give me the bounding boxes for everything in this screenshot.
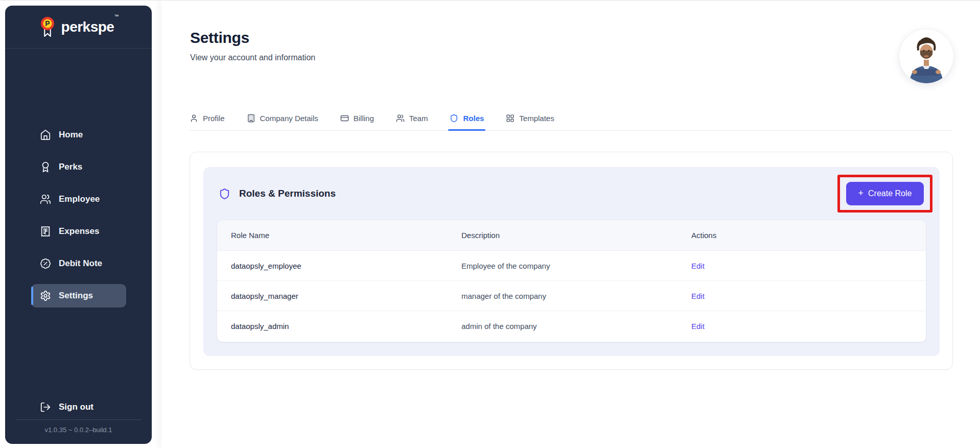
team-icon bbox=[396, 114, 405, 123]
users-icon bbox=[40, 194, 51, 205]
award-icon bbox=[40, 161, 51, 173]
tab-roles[interactable]: Roles bbox=[450, 114, 484, 130]
sidebar-divider bbox=[15, 419, 142, 420]
sidebar-item-home[interactable]: Home bbox=[31, 123, 126, 147]
svg-text:P: P bbox=[45, 19, 50, 28]
logo-trademark: ™ bbox=[114, 14, 119, 19]
tab-label: Roles bbox=[463, 114, 484, 123]
table-row: dataopsly_manager manager of the company… bbox=[217, 281, 926, 311]
roles-table: Role Name Description Actions dataopsly_… bbox=[217, 220, 926, 342]
page-title: Settings bbox=[190, 29, 315, 46]
roles-panel-title: Roles & Permissions bbox=[239, 188, 336, 199]
tab-label: Templates bbox=[519, 114, 554, 123]
edit-role-link[interactable]: Edit bbox=[691, 262, 705, 270]
shield-icon bbox=[219, 188, 230, 200]
page-subtitle: View your account and information bbox=[190, 53, 315, 62]
gear-icon bbox=[40, 290, 51, 301]
logo-text: perkspe bbox=[61, 19, 114, 35]
tab-profile[interactable]: Profile bbox=[190, 114, 225, 130]
column-header-description: Description bbox=[448, 231, 678, 240]
edit-role-link[interactable]: Edit bbox=[691, 292, 705, 300]
shield-icon bbox=[450, 114, 458, 123]
column-header-actions: Actions bbox=[678, 231, 926, 240]
logo[interactable]: P perkspe™ bbox=[5, 6, 152, 49]
version-text: v1.0.35 ~ 0.0.2–build.1 bbox=[5, 426, 152, 434]
tab-templates[interactable]: Templates bbox=[506, 114, 554, 130]
sidebar-item-debit-note[interactable]: Debit Note bbox=[31, 252, 126, 275]
role-name-cell: dataopsly_employee bbox=[217, 262, 448, 270]
app-root: { "app": { "logo_text": "perkspe", "logo… bbox=[0, 0, 980, 448]
user-avatar[interactable] bbox=[899, 29, 954, 84]
sidebar-item-label: Employee bbox=[59, 194, 100, 204]
tab-company-details[interactable]: Company Details bbox=[247, 114, 318, 130]
user-icon bbox=[190, 114, 198, 123]
receipt-rupee-icon bbox=[40, 226, 51, 237]
badge-percent-icon bbox=[40, 258, 51, 269]
tab-label: Billing bbox=[354, 114, 374, 123]
table-header-row: Role Name Description Actions bbox=[217, 220, 926, 251]
role-name-cell: dataopsly_admin bbox=[217, 322, 448, 331]
sidebar-item-label: Debit Note bbox=[59, 258, 102, 269]
sidebar-item-settings[interactable]: Settings bbox=[31, 284, 126, 308]
tab-team[interactable]: Team bbox=[396, 114, 428, 130]
credit-card-icon bbox=[340, 114, 349, 123]
tab-label: Team bbox=[409, 114, 428, 123]
role-description-cell: admin of the company bbox=[448, 322, 678, 331]
table-row: dataopsly_admin admin of the company Edi… bbox=[217, 311, 926, 341]
role-description-cell: manager of the company bbox=[448, 292, 678, 300]
sign-out-label: Sign out bbox=[59, 402, 94, 412]
edit-role-link[interactable]: Edit bbox=[691, 322, 705, 331]
roles-panel: Roles & Permissions + Create Role Role N… bbox=[203, 167, 940, 356]
page-header: Settings View your account and informati… bbox=[190, 29, 315, 62]
sidebar-nav: Home Perks Employee Expenses Debit Note bbox=[5, 123, 152, 316]
home-icon bbox=[40, 129, 51, 140]
create-role-label: Create Role bbox=[868, 189, 912, 198]
sidebar-item-perks[interactable]: Perks bbox=[31, 155, 126, 179]
sidebar-item-expenses[interactable]: Expenses bbox=[31, 220, 126, 243]
sidebar-item-employee[interactable]: Employee bbox=[31, 187, 126, 211]
plus-icon: + bbox=[858, 188, 864, 199]
role-description-cell: Employee of the company bbox=[448, 262, 678, 270]
sidebar-item-label: Perks bbox=[59, 162, 82, 172]
tab-label: Company Details bbox=[260, 114, 318, 123]
settings-tabs: Profile Company Details Billing Team Rol… bbox=[190, 114, 953, 131]
annotation-highlight-box: + Create Role bbox=[837, 175, 932, 213]
building-icon bbox=[247, 114, 255, 123]
sidebar-footer: Sign out v1.0.35 ~ 0.0.2–build.1 bbox=[5, 402, 152, 444]
table-row: dataopsly_employee Employee of the compa… bbox=[217, 251, 926, 281]
tab-label: Profile bbox=[203, 114, 225, 123]
sidebar: P perkspe™ Home Perks Employee bbox=[5, 6, 152, 444]
log-out-icon bbox=[40, 402, 51, 413]
role-name-cell: dataopsly_manager bbox=[217, 292, 448, 300]
tab-billing[interactable]: Billing bbox=[340, 114, 374, 130]
sidebar-item-label: Expenses bbox=[59, 226, 99, 237]
roles-panel-header: Roles & Permissions + Create Role bbox=[203, 167, 940, 220]
sign-out-button[interactable]: Sign out bbox=[40, 402, 152, 413]
grid-icon bbox=[506, 114, 515, 123]
sidebar-item-label: Settings bbox=[59, 291, 93, 301]
perkspe-medal-icon: P bbox=[38, 16, 57, 38]
sidebar-item-label: Home bbox=[59, 130, 83, 140]
roles-card: Roles & Permissions + Create Role Role N… bbox=[190, 152, 953, 370]
main-content: Settings View your account and informati… bbox=[161, 1, 980, 448]
column-header-role-name: Role Name bbox=[217, 231, 448, 240]
create-role-button[interactable]: + Create Role bbox=[846, 182, 924, 205]
